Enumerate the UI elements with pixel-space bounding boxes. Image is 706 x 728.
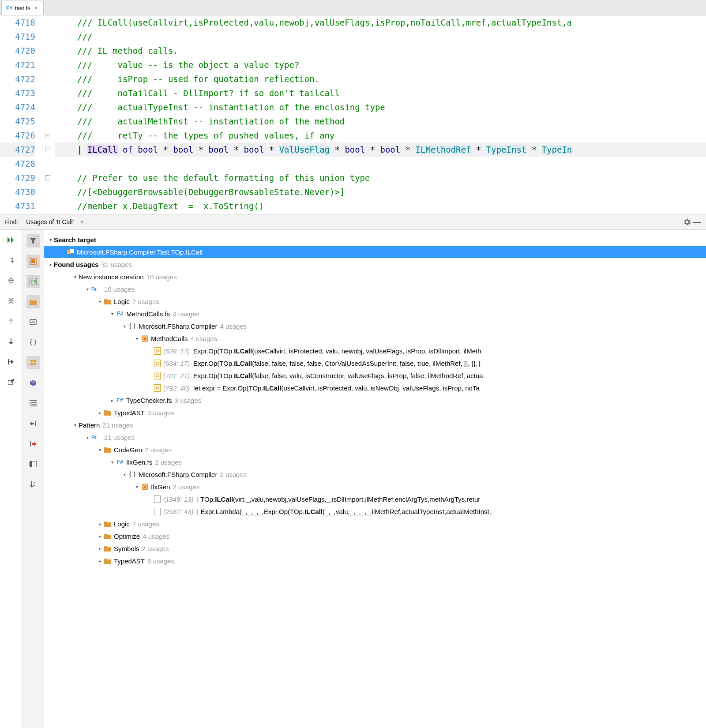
- group-method-icon[interactable]: [26, 315, 40, 329]
- code-line[interactable]: //[<DebuggerBrowsable(DebuggerBrowsableS…: [55, 185, 706, 199]
- chevron-icon[interactable]: ▾: [96, 446, 103, 453]
- chevron-icon[interactable]: ▸: [96, 533, 103, 540]
- close-icon[interactable]: ✕: [33, 5, 39, 11]
- chevron-icon[interactable]: ▾: [47, 261, 54, 268]
- tree-group[interactable]: ▸TypedAST 6 usages: [44, 555, 706, 567]
- occurrence-icon: [153, 346, 161, 355]
- code-line[interactable]: /// retTy -- the types of pushed values,…: [55, 128, 706, 143]
- tree-group[interactable]: ▾Pattern 21 usages: [44, 419, 706, 431]
- tree-group[interactable]: ▸TypedAST 3 usages: [44, 406, 706, 419]
- collapse-all-icon[interactable]: [5, 295, 17, 307]
- tree-group[interactable]: ▸Logic 7 usages: [44, 518, 706, 530]
- box-icon[interactable]: [26, 376, 40, 390]
- tree-group[interactable]: ▾New instance creation 10 usages: [44, 270, 706, 283]
- chevron-icon[interactable]: ▸: [96, 545, 103, 552]
- tree-group[interactable]: ▸Optimize 4 usages: [44, 530, 706, 542]
- tree-group[interactable]: ▾Logic 7 usages: [44, 295, 706, 308]
- code-line[interactable]: /// isProp -- used for quotation reflect…: [55, 72, 706, 86]
- found-usages-header[interactable]: ▾Found usages 31 usages: [44, 258, 706, 270]
- svg-rect-10: [30, 319, 36, 325]
- merge-icon[interactable]: [26, 356, 40, 369]
- expand-all-icon[interactable]: [5, 275, 17, 286]
- next-icon[interactable]: [5, 336, 17, 347]
- gear-icon[interactable]: [682, 217, 692, 227]
- usage-occurrence[interactable]: (792: 40)let expr = Expr.Op(TOp.ILCall(u…: [44, 382, 706, 394]
- usage-occurrence[interactable]: (628: 17)Expr.Op(TOp.ILCall(useCallvirt,…: [44, 345, 706, 357]
- tab-tast-fs[interactable]: F# tast.fs ✕: [1, 1, 44, 15]
- svg-rect-33: [156, 363, 158, 364]
- svg-text:C#: C#: [31, 279, 36, 284]
- code-line[interactable]: //member x.DebugText = x.ToString(): [55, 199, 706, 213]
- indent-icon[interactable]: [26, 397, 40, 410]
- chevron-icon[interactable]: ▸: [96, 557, 103, 564]
- tree-group[interactable]: ▾Microsoft.FSharp.Compiler 4 usages: [44, 320, 706, 332]
- search-target-header[interactable]: ▾Search target: [44, 233, 706, 246]
- code-line[interactable]: // Prefer to use the default formatting …: [55, 171, 706, 185]
- line-number: 4718: [0, 15, 35, 30]
- code-line[interactable]: /// actualMethInst -- instantiation of t…: [55, 114, 706, 128]
- code-line[interactable]: | ILCall of bool * bool * bool * bool * …: [55, 143, 706, 157]
- diff-next-icon[interactable]: [26, 437, 40, 450]
- usage-occurrence[interactable]: (701: 21)Expr.Op(TOp.ILCall(false, false…: [44, 369, 706, 382]
- fold-toggle-icon[interactable]: −: [45, 133, 50, 138]
- chevron-icon[interactable]: ▾: [84, 285, 91, 293]
- tree-group[interactable]: ▸F#TypeChecker.fs 3 usages: [44, 394, 706, 406]
- line-number: 4722: [0, 72, 35, 86]
- usage-occurrence[interactable]: (2587: 43)| Expr.Lambda(_,_,_,_,Expr.Op(…: [44, 505, 706, 518]
- code-editor[interactable]: 4718471947204721472247234724472547264727…: [0, 15, 706, 214]
- show-namespace-icon[interactable]: [26, 336, 40, 349]
- chevron-icon[interactable]: ▸: [96, 409, 103, 416]
- chevron-icon[interactable]: ▾: [109, 458, 116, 465]
- chevron-icon[interactable]: ▾: [71, 273, 79, 280]
- export-icon[interactable]: [5, 356, 17, 368]
- rerun-icon[interactable]: [5, 234, 17, 246]
- group-module-icon[interactable]: [26, 255, 40, 268]
- folder-icon: [103, 408, 112, 417]
- chevron-icon[interactable]: ▾: [96, 298, 103, 305]
- tree-group[interactable]: ▾MethodCalls 4 usages: [44, 332, 706, 345]
- search-target-item[interactable]: Microsoft.FSharp.Compiler.Tast.TOp.ILCal…: [44, 246, 706, 258]
- usage-occurrence[interactable]: (634: 17)Expr.Op(TOp.ILCall(false, false…: [44, 357, 706, 369]
- code-line[interactable]: /// actualTypeInst -- instantiation of t…: [55, 100, 706, 114]
- code-line[interactable]: /// noTailCall - DllImport? if so don't …: [55, 86, 706, 100]
- filter-icon[interactable]: [26, 234, 40, 248]
- diff-prev-icon[interactable]: [26, 417, 40, 430]
- line-number: 4727: [0, 143, 35, 157]
- tree-group[interactable]: ▾F# 10 usages: [44, 283, 706, 295]
- tree-group[interactable]: ▾F# 21 usages: [44, 431, 706, 443]
- code-line[interactable]: /// IL method calls.: [55, 44, 706, 58]
- chevron-icon[interactable]: ▾: [109, 310, 116, 317]
- prev-icon[interactable]: [5, 315, 17, 327]
- close-icon[interactable]: ✕: [80, 219, 84, 225]
- usage-occurrence[interactable]: (1949: 13)| TOp.ILCall(virt,_,valu,newob…: [44, 493, 706, 505]
- svg-rect-45: [154, 495, 160, 503]
- code-line[interactable]: ///: [55, 30, 706, 44]
- chevron-icon[interactable]: ▾: [47, 236, 54, 243]
- chevron-icon[interactable]: ▾: [121, 471, 128, 478]
- group-csharp-icon[interactable]: C#: [26, 275, 40, 288]
- chevron-icon[interactable]: ▸: [109, 397, 116, 404]
- tree-group[interactable]: ▾F#MethodCalls.fs 4 usages: [44, 308, 706, 320]
- sort-alpha-icon[interactable]: az: [26, 478, 40, 491]
- chevron-icon[interactable]: ▾: [71, 421, 79, 428]
- chevron-icon[interactable]: ▾: [121, 323, 128, 330]
- tree-group[interactable]: ▾IlxGen 2 usages: [44, 480, 706, 493]
- layout-icon[interactable]: [26, 458, 40, 471]
- tree-group[interactable]: ▾F#IlxGen.fs 2 usages: [44, 456, 706, 468]
- fold-toggle-icon[interactable]: −: [45, 147, 50, 152]
- pin-icon[interactable]: [5, 255, 17, 266]
- tree-group[interactable]: ▾CodeGen 2 usages: [44, 443, 706, 456]
- tree-group[interactable]: ▾Microsoft.FSharp.Compiler 2 usages: [44, 468, 706, 480]
- chevron-icon[interactable]: ▾: [84, 434, 91, 441]
- minimize-icon[interactable]: —: [692, 217, 702, 227]
- fold-toggle-icon[interactable]: −: [45, 175, 50, 180]
- code-line[interactable]: /// ILCall(useCallvirt,isProtected,valu,…: [55, 15, 706, 30]
- group-folder-icon[interactable]: [26, 295, 40, 308]
- chevron-icon[interactable]: ▾: [133, 483, 140, 490]
- code-line[interactable]: /// value -- is the object a value type?: [55, 58, 706, 72]
- tree-group[interactable]: ▸Symbols 2 usages: [44, 542, 706, 555]
- code-line[interactable]: [55, 157, 706, 171]
- chevron-icon[interactable]: ▾: [133, 335, 140, 342]
- chevron-icon[interactable]: ▸: [96, 520, 103, 527]
- open-new-icon[interactable]: [5, 376, 17, 388]
